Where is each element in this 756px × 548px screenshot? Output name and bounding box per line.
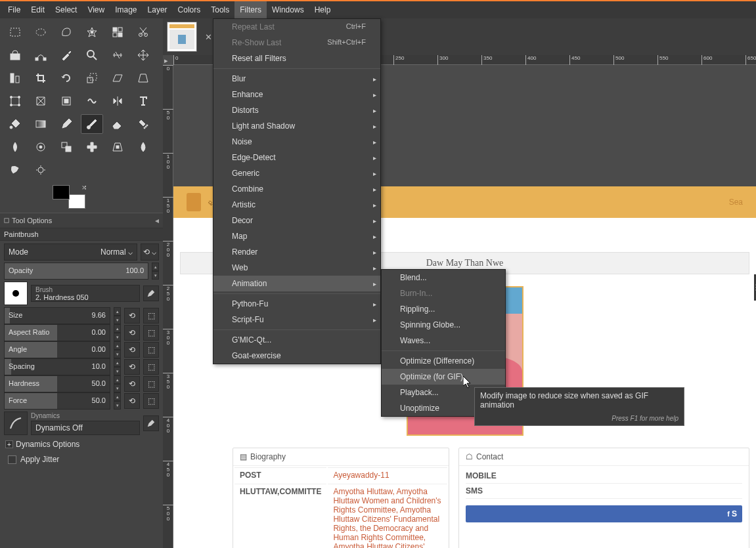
tool-foreground[interactable] [4, 45, 26, 65]
force-link[interactable]: ⬚ [143, 393, 159, 409]
menu-select[interactable]: Select [50, 1, 82, 18]
tool-dodge[interactable] [30, 160, 52, 180]
swap-colors-icon[interactable]: ⤭ [81, 184, 87, 191]
menu-colors[interactable]: Colors [173, 1, 206, 18]
menu-windows[interactable]: Windows [267, 1, 309, 18]
filter-decor[interactable]: Decor▸ [213, 213, 380, 228]
tool-fuzzy-select[interactable] [81, 22, 103, 42]
tool-perspective[interactable] [132, 68, 154, 88]
tool-shear[interactable] [106, 68, 129, 88]
tool-text[interactable] [132, 91, 154, 111]
size-link[interactable]: ⬚ [143, 308, 159, 324]
anim-waves-[interactable]: Waves... [382, 333, 505, 348]
tool-airbrush[interactable] [132, 114, 154, 134]
dynamics-edit-button[interactable] [143, 415, 159, 431]
tool-crop[interactable] [30, 68, 52, 88]
filter-noise[interactable]: Noise▸ [213, 134, 380, 150]
tool-align[interactable] [4, 68, 26, 88]
tool-smudge[interactable] [4, 160, 26, 180]
filter-script-fu[interactable]: Script-Fu▸ [213, 312, 380, 327]
anim-optimize-difference-[interactable]: Optimize (Difference) [382, 353, 505, 369]
filter-edge-detect[interactable]: Edge-Detect▸ [213, 150, 380, 165]
mode-select[interactable]: Mode Normal ⌵ [4, 243, 137, 261]
dynamics-select[interactable]: Dynamics Off [31, 421, 140, 435]
force-slider[interactable]: Force50.0 [4, 392, 110, 410]
dynamics-options-expander[interactable]: +Dynamics Options [4, 437, 159, 452]
spin-up[interactable]: ▴ [114, 392, 121, 401]
aspect-link[interactable]: ⬚ [143, 325, 159, 341]
menu-view[interactable]: View [82, 1, 110, 18]
filter-goat-exercise[interactable]: Goat-exercise [213, 348, 380, 364]
menu-help[interactable]: Help [309, 1, 336, 18]
filter-map[interactable]: Map▸ [213, 228, 380, 244]
tool-blur[interactable] [132, 137, 154, 157]
close-tab-icon[interactable]: ✕ [205, 32, 212, 42]
tool-rotate[interactable] [55, 68, 78, 88]
tool-ellipse-select[interactable] [30, 22, 52, 42]
filter-python-fu[interactable]: Python-Fu▸ [213, 296, 380, 312]
anim-spinning-globe-[interactable]: Spinning Globe... [382, 317, 505, 333]
tool-flip[interactable] [106, 91, 129, 111]
anim-rippling-[interactable]: Rippling... [382, 301, 505, 317]
brush-select[interactable]: Brush 2. Hardness 050 [31, 285, 140, 302]
hardness-reset[interactable]: ⟲ [124, 376, 140, 392]
spin-down[interactable]: ▾ [114, 367, 121, 375]
menu-layer[interactable]: Layer [143, 1, 173, 18]
spin-up[interactable]: ▴ [114, 341, 121, 350]
filter-light-and-shadow[interactable]: Light and Shadow▸ [213, 118, 380, 134]
tool-move[interactable] [132, 45, 154, 65]
ruler-toggle-icon[interactable]: ▸ [164, 56, 168, 65]
spin-up[interactable]: ▴ [114, 324, 121, 333]
filter-animation[interactable]: Animation▸ [213, 276, 380, 291]
menu-tools[interactable]: Tools [206, 1, 234, 18]
tool-cage[interactable] [55, 91, 78, 111]
filter-generic[interactable]: Generic▸ [213, 165, 380, 181]
opacity-slider[interactable]: Opacity 100.0 [4, 263, 148, 280]
angle-reset[interactable]: ⟲ [124, 342, 140, 358]
tool-heal[interactable] [81, 137, 103, 157]
spin-up[interactable]: ▴ [152, 263, 159, 271]
hardness-slider[interactable]: Hardness50.0 [4, 375, 110, 392]
dynamics-preview[interactable] [4, 411, 28, 435]
tool-mypaint[interactable] [30, 137, 52, 157]
anim-blend-[interactable]: Blend... [382, 270, 505, 285]
tool-paths[interactable] [30, 45, 52, 65]
anim-optimize-for-gif-[interactable]: Optimize (for GIF) [382, 369, 505, 385]
tool-unified[interactable] [4, 91, 26, 111]
menu-image[interactable]: Image [110, 1, 142, 18]
tool-warp[interactable] [81, 91, 103, 111]
aspect-reset[interactable]: ⟲ [124, 325, 140, 341]
filter-web[interactable]: Web▸ [213, 260, 380, 276]
tool-measure[interactable] [106, 45, 129, 65]
tool-pencil[interactable] [55, 114, 78, 134]
tool-ink[interactable] [4, 137, 26, 157]
tool-handle[interactable] [30, 91, 52, 111]
angle-slider[interactable]: Angle0.00 [4, 341, 110, 358]
tool-free-select[interactable] [55, 22, 78, 42]
fg-bg-swatch[interactable]: ⤭ [53, 185, 85, 209]
size-reset[interactable]: ⟲ [124, 308, 140, 324]
filter-distorts[interactable]: Distorts▸ [213, 102, 380, 118]
spin-up[interactable]: ▴ [114, 358, 121, 367]
aspect-slider[interactable]: Aspect Ratio0.00 [4, 324, 110, 341]
filter-g-mic-qt-[interactable]: G'MIC-Qt... [213, 332, 380, 348]
image-tab-thumb[interactable] [167, 22, 197, 52]
menu-edit[interactable]: Edit [26, 1, 50, 18]
filter-combine[interactable]: Combine▸ [213, 181, 380, 197]
tool-rect-select[interactable] [4, 22, 26, 42]
spacing-slider[interactable]: Spacing10.0 [4, 358, 110, 375]
size-slider[interactable]: Size9.66 [4, 307, 110, 324]
spin-down[interactable]: ▾ [114, 333, 121, 341]
tool-paintbrush[interactable] [81, 114, 103, 134]
mode-reset-button[interactable]: ⟲ ⌵ [141, 243, 159, 261]
spin-up[interactable]: ▴ [114, 375, 121, 384]
spin-down[interactable]: ▾ [114, 350, 121, 358]
tool-clone[interactable] [55, 137, 78, 157]
spin-up[interactable]: ▴ [114, 307, 121, 316]
menu-filters[interactable]: Filters [234, 1, 267, 18]
tool-eraser[interactable] [106, 114, 129, 134]
brush-preview[interactable] [4, 282, 28, 305]
tool-zoom[interactable] [81, 45, 103, 65]
panel-menu-icon[interactable]: ◂ [155, 216, 159, 225]
tool-bucket[interactable] [4, 114, 26, 134]
